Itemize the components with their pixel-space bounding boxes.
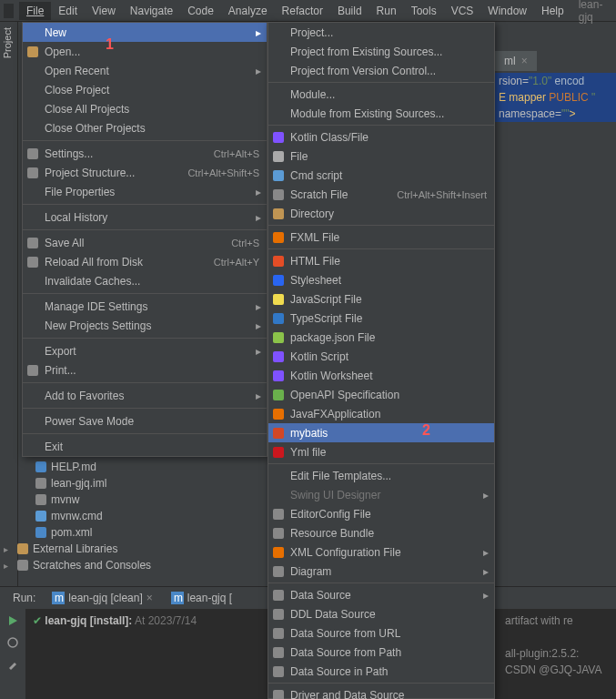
new-menu-item[interactable]: Module...: [268, 85, 494, 104]
file-menu-item[interactable]: Add to Favorites▸: [23, 386, 267, 405]
output-line: artifact with re: [505, 613, 609, 629]
new-menu-item[interactable]: HTML File: [268, 251, 494, 270]
file-menu-item[interactable]: New Projects Settings▸: [23, 316, 267, 335]
menu-item-label: Manage IDE Settings: [45, 300, 147, 313]
new-menu-item[interactable]: Yml file: [268, 442, 494, 461]
new-menu-item[interactable]: Kotlin Class/File: [268, 127, 494, 147]
new-menu-item[interactable]: package.json File: [268, 328, 494, 347]
new-menu-item[interactable]: Cmd script: [268, 166, 494, 185]
new-menu-item[interactable]: TypeScript File: [268, 309, 494, 328]
svg-marker-46: [9, 616, 17, 625]
menu-item-label: HTML File: [290, 255, 340, 268]
file-menu-item[interactable]: Exit: [23, 437, 267, 456]
new-menu-item[interactable]: Project...: [268, 23, 494, 42]
new-menu-item[interactable]: Kotlin Script: [268, 347, 494, 366]
tree-item[interactable]: mvnw: [18, 491, 268, 508]
project-tool-tab[interactable]: Project: [0, 22, 15, 64]
new-menu-item[interactable]: Scratch FileCtrl+Alt+Shift+Insert: [268, 185, 494, 204]
file-menu-item[interactable]: Close Project: [23, 80, 267, 99]
new-menu-item[interactable]: File: [268, 147, 494, 166]
tree-item[interactable]: ▸Scratches and Consoles: [0, 557, 268, 573]
tree-item[interactable]: HELP.md: [18, 459, 268, 475]
file-menu-item[interactable]: Manage IDE Settings▸: [23, 297, 267, 316]
menu-file[interactable]: File: [19, 2, 51, 20]
js-icon: [272, 293, 285, 306]
menu-item-label: Project from Existing Sources...: [290, 46, 442, 58]
file-menu-item[interactable]: File Properties▸: [23, 182, 267, 201]
file-menu-item[interactable]: Local History▸: [23, 208, 267, 227]
file-menu-item[interactable]: Power Save Mode: [23, 411, 267, 431]
md-icon: [35, 461, 47, 473]
new-menu-item[interactable]: mybatis: [268, 423, 494, 442]
new-menu-item[interactable]: Project from Existing Sources...: [268, 42, 494, 61]
menu-navigate[interactable]: Navigate: [123, 2, 180, 20]
run-tab-clean[interactable]: m lean-gjq [clean] ×: [45, 590, 159, 606]
pkg-icon: [272, 331, 285, 344]
file-menu-item[interactable]: Print...: [23, 360, 267, 380]
editor-area[interactable]: rsion="1.0" encod E mapper PUBLIC " name…: [495, 73, 616, 122]
new-menu-item[interactable]: Diagram▸: [268, 562, 494, 581]
tree-item[interactable]: mvnw.cmd: [18, 508, 268, 524]
file-menu-item[interactable]: New▸: [23, 23, 267, 42]
new-menu-item[interactable]: JavaFXApplication: [268, 404, 494, 423]
run-tab-install[interactable]: m lean-gjq [: [164, 590, 239, 606]
mb-icon: [272, 427, 285, 440]
new-menu-item[interactable]: OpenAPI Specification: [268, 385, 494, 404]
menu-build[interactable]: Build: [330, 2, 369, 20]
new-menu-item[interactable]: Data Source from Path: [268, 643, 494, 662]
new-menu-item[interactable]: Driver and Data Source: [268, 685, 494, 699]
menu-view[interactable]: View: [85, 2, 123, 20]
menu-run[interactable]: Run: [369, 2, 404, 20]
menu-refactor[interactable]: Refactor: [275, 2, 330, 20]
new-menu-item[interactable]: Directory: [268, 204, 494, 223]
new-menu-item[interactable]: Data Source▸: [268, 585, 494, 604]
run-icon[interactable]: [6, 614, 19, 627]
file-menu-item[interactable]: Project Structure...Ctrl+Alt+Shift+S: [23, 163, 267, 182]
chevron-icon[interactable]: ▸: [4, 561, 8, 571]
new-menu-item[interactable]: FXML File: [268, 228, 494, 247]
file-menu-item[interactable]: Invalidate Caches...: [23, 271, 267, 290]
menu-help[interactable]: Help: [534, 2, 571, 20]
file-menu-item[interactable]: Save AllCtrl+S: [23, 233, 267, 252]
tree-item[interactable]: lean-gjq.iml: [18, 475, 268, 491]
file-menu-item[interactable]: Open Recent▸: [23, 61, 267, 80]
shortcut-label: Ctrl+Alt+Shift+S: [187, 167, 259, 178]
tree-item[interactable]: pom.xml: [18, 524, 268, 541]
new-menu-item[interactable]: Stylesheet: [268, 270, 494, 289]
editor-tab[interactable]: ml ×: [495, 51, 537, 71]
settings-icon[interactable]: [6, 636, 19, 649]
file-menu-item[interactable]: Reload All from DiskCtrl+Alt+Y: [23, 252, 267, 271]
new-menu-item[interactable]: DDL Data Source: [268, 604, 494, 623]
new-menu-item[interactable]: EditorConfig File: [268, 504, 494, 523]
menu-analyze[interactable]: Analyze: [221, 2, 275, 20]
new-menu-item[interactable]: Resource Bundle: [268, 523, 494, 542]
new-menu-item[interactable]: XML Configuration File▸: [268, 542, 494, 562]
file-menu-item[interactable]: Settings...Ctrl+Alt+S: [23, 144, 267, 163]
file-menu-item[interactable]: Open...: [23, 42, 267, 61]
file-menu-item[interactable]: Close Other Projects: [23, 118, 267, 137]
wrench-icon[interactable]: [6, 658, 19, 671]
submenu-arrow-icon: ▸: [256, 319, 261, 332]
close-icon[interactable]: ×: [146, 592, 153, 604]
db-icon: [272, 646, 285, 659]
tree-item[interactable]: ▸External Libraries: [0, 541, 268, 557]
svg-rect-31: [273, 666, 284, 677]
menu-tools[interactable]: Tools: [404, 2, 444, 20]
close-icon[interactable]: ×: [521, 55, 528, 67]
menu-item-label: Edit File Templates...: [290, 470, 391, 482]
new-menu-item[interactable]: Kotlin Worksheet: [268, 366, 494, 385]
new-menu-item[interactable]: Edit File Templates...: [268, 466, 494, 485]
menu-window[interactable]: Window: [480, 2, 534, 20]
new-menu-item[interactable]: Data Source from URL: [268, 623, 494, 643]
file-menu-item[interactable]: Close All Projects: [23, 99, 267, 118]
menu-edit[interactable]: Edit: [51, 2, 85, 20]
chevron-icon[interactable]: ▸: [4, 544, 8, 554]
file-menu-item[interactable]: Export▸: [23, 341, 267, 360]
new-menu-item[interactable]: JavaScript File: [268, 289, 494, 309]
svg-rect-16: [273, 332, 284, 343]
menu-code[interactable]: Code: [180, 2, 221, 20]
new-menu-item[interactable]: Project from Version Control...: [268, 61, 494, 80]
new-menu-item[interactable]: Data Source in Path: [268, 662, 494, 681]
menu-vcs[interactable]: VCS: [444, 2, 481, 20]
new-menu-item[interactable]: Module from Existing Sources...: [268, 104, 494, 123]
